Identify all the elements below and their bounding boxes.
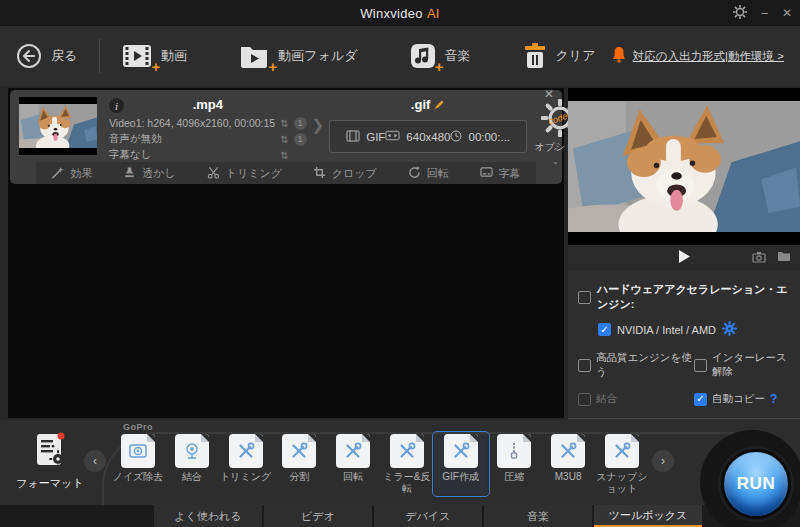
wand-icon: [51, 166, 64, 181]
scroll-left-button[interactable]: ‹: [84, 450, 106, 472]
toolbar-divider: [99, 39, 100, 73]
output-resolution-cell: 640x480: [385, 130, 450, 143]
chevron-right-icon: ❯: [312, 116, 325, 134]
plus-badge: +: [435, 59, 444, 74]
tab-effect[interactable]: 効果: [51, 166, 92, 181]
tab-watermark-label: 透かし: [142, 166, 176, 181]
tab-device[interactable]: デバイス: [374, 505, 482, 527]
spinner-icon[interactable]: ⇅: [280, 150, 288, 161]
add-music-label: 音楽: [445, 47, 471, 65]
folder-plus-icon: +: [239, 43, 269, 69]
add-video-folder-label: 動画フォルダ: [278, 47, 357, 65]
add-video-folder-button[interactable]: + 動画フォルダ: [239, 43, 357, 69]
format-button[interactable]: フォーマット: [16, 430, 84, 491]
high-quality-label: 高品質エンジンを使う: [596, 351, 694, 379]
toolbox-item-rotate[interactable]: 回転: [327, 434, 379, 494]
merge-checkbox: [578, 393, 591, 406]
close-button[interactable]: ✕: [782, 7, 792, 19]
film-icon: [346, 130, 360, 144]
tab-crop[interactable]: クロップ: [313, 166, 377, 181]
toolbox-item-snapshot[interactable]: スナップショット: [596, 434, 648, 494]
remove-file-button[interactable]: ✕: [544, 87, 554, 101]
output-extension: .gif: [411, 97, 431, 112]
edit-pencil-icon[interactable]: [430, 98, 445, 112]
toolbox-item-denoise[interactable]: GoPro ノイズ除去: [112, 434, 164, 494]
subtitle-track-text: 字幕なし: [109, 148, 275, 162]
camera-icon: [121, 434, 155, 468]
spinner-icon[interactable]: ⇅: [280, 118, 288, 129]
tools-icon: [444, 434, 478, 468]
app-window: WinxvideoAI – ✕ 戻る + 動画: [0, 0, 800, 527]
audio-track-row[interactable]: 音声が無効 ⇅ 1: [109, 131, 307, 147]
toolbox-item-m3u8[interactable]: M3U8: [542, 434, 594, 494]
open-folder-icon[interactable]: [777, 251, 791, 265]
track-count-badge: 1: [294, 133, 307, 146]
play-button[interactable]: [679, 250, 690, 266]
clock-icon: [450, 130, 462, 144]
gpu-checkbox[interactable]: [598, 323, 611, 336]
settings-gear-icon[interactable]: [733, 5, 747, 21]
scroll-arrows[interactable]: ⌃⌄: [552, 148, 559, 166]
output-format-box[interactable]: GIF 640x480 00:00:...: [329, 120, 527, 153]
tab-trim[interactable]: トリミング: [207, 166, 282, 181]
output-resolution-value: 640x480: [406, 131, 450, 143]
zip-icon: [497, 434, 531, 468]
hw-accel-checkbox[interactable]: [578, 291, 591, 304]
source-extension: .mp4: [193, 97, 223, 112]
tab-effect-label: 効果: [70, 166, 92, 181]
auto-copy-label: 自動コピー: [712, 392, 765, 406]
preview-controls: [568, 245, 800, 271]
tab-subtitle[interactable]: 字幕: [480, 166, 521, 181]
spinner-icon[interactable]: ⇅: [280, 134, 288, 145]
add-music-button[interactable]: + 音楽: [410, 43, 471, 69]
toolbox-item-compress[interactable]: 圧縮: [488, 434, 540, 494]
gpu-label: NVIDIA / Intel / AMD: [617, 324, 716, 336]
toolbox-item-split[interactable]: 分割: [273, 434, 325, 494]
music-plus-icon: +: [410, 43, 436, 69]
video-track-text: Video1: h264, 4096x2160, 00:00:15: [109, 117, 275, 129]
hw-accel-label: ハードウェアアクセラレーション・エンジン:: [597, 282, 790, 312]
output-info: .gif GIF 640x480 00:00:...: [327, 97, 531, 162]
preview-panel: ハードウェアアクセラレーション・エンジン: NVIDIA / Intel / A…: [568, 88, 800, 420]
help-icon[interactable]: ?: [770, 392, 777, 406]
titlebar: WinxvideoAI – ✕: [0, 0, 800, 26]
clear-button[interactable]: クリア: [523, 43, 596, 69]
resolution-icon: [385, 130, 400, 143]
toolbox-item-merge[interactable]: 結合: [166, 434, 218, 494]
info-icon[interactable]: i: [109, 98, 124, 113]
auto-copy-checkbox[interactable]: [694, 393, 707, 406]
tab-watermark[interactable]: 透かし: [123, 166, 176, 181]
source-info: i .mp4 Video1: h264, 4096x2160, 00:00:15…: [109, 97, 307, 162]
io-format-link[interactable]: 対応の入出力形式|動作環境 >: [633, 49, 784, 64]
toolbox-item-gif-maker[interactable]: GIF作成: [435, 434, 487, 494]
run-button[interactable]: RUN: [721, 449, 791, 519]
snapshot-camera-icon[interactable]: [752, 251, 766, 266]
gpu-settings-gear-icon[interactable]: [722, 321, 737, 338]
tab-rotate[interactable]: 回転: [408, 166, 449, 181]
chevron-up-icon[interactable]: ⌃: [552, 148, 559, 156]
toolbox-item-mirror[interactable]: ミラー&反転: [381, 434, 433, 494]
toolbar: 戻る + 動画 + 動画フォルダ + 音楽: [0, 26, 800, 86]
add-video-button[interactable]: + 動画: [122, 43, 187, 69]
subtitle-icon: [480, 166, 493, 181]
tab-rotate-label: 回転: [427, 166, 449, 181]
tools-icon: [551, 434, 585, 468]
high-quality-checkbox[interactable]: [578, 359, 591, 372]
tab-frequently-used[interactable]: よく使われる: [154, 505, 262, 527]
chevron-down-icon[interactable]: ⌄: [552, 158, 559, 166]
subtitle-track-row[interactable]: 字幕なし ⇅: [109, 147, 307, 163]
file-card[interactable]: i .mp4 Video1: h264, 4096x2160, 00:00:15…: [10, 90, 562, 184]
tab-toolbox[interactable]: ツールボックス: [594, 505, 702, 527]
scroll-right-button[interactable]: ›: [652, 450, 674, 472]
toolbox-item-trim[interactable]: トリミング: [220, 434, 272, 494]
back-button[interactable]: 戻る: [16, 43, 77, 69]
tab-music[interactable]: 音楽: [484, 505, 592, 527]
tab-video[interactable]: ビデオ: [264, 505, 372, 527]
minimize-button[interactable]: –: [761, 7, 768, 19]
app-title-accent: AI: [427, 6, 440, 21]
deinterlace-checkbox[interactable]: [694, 359, 707, 372]
video-preview[interactable]: [568, 88, 800, 245]
video-track-row[interactable]: Video1: h264, 4096x2160, 00:00:15 ⇅ 1: [109, 115, 307, 131]
tab-trim-label: トリミング: [226, 166, 282, 181]
category-tabs: よく使われる ビデオ デバイス 音楽 ツールボックス: [0, 505, 800, 527]
